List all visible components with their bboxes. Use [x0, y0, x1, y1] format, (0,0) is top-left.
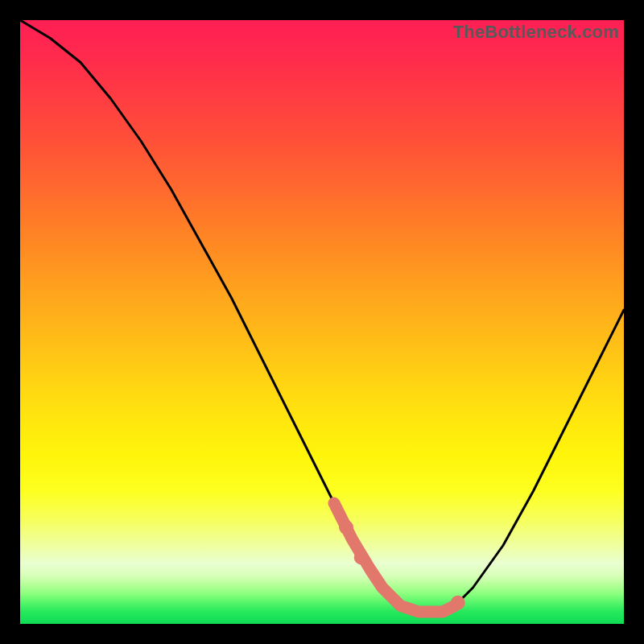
- curve-layer: [20, 20, 624, 612]
- highlight-dot: [339, 520, 353, 535]
- highlight-dot: [451, 596, 465, 610]
- bottleneck-curve: [20, 20, 624, 612]
- highlight-dots: [339, 520, 465, 610]
- chart-frame: TheBottleneck.com: [20, 20, 624, 624]
- optimal-range-highlight: [334, 503, 455, 612]
- highlight-dot: [354, 551, 369, 565]
- chart-svg: [20, 20, 624, 624]
